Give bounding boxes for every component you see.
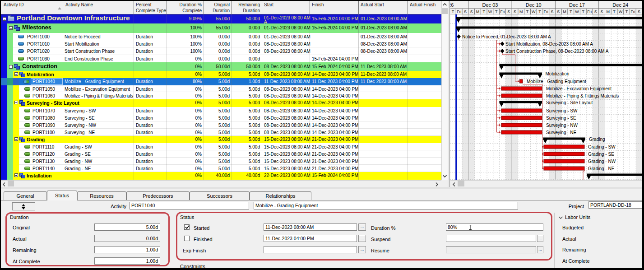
- svg-text:M: M: [563, 9, 566, 14]
- svg-text:M: M: [476, 9, 480, 14]
- svg-text:Fri: Fri: [500, 9, 505, 14]
- svg-text:Dec 24: Dec 24: [612, 2, 628, 8]
- svg-text:Dec 17: Dec 17: [569, 2, 585, 8]
- svg-text:Mobilize - Piping & Fittings M: Mobilize - Piping & Fittings Materials: [546, 93, 619, 98]
- svg-text:Start Mobilization, 08-Dec-202: Start Mobilization, 08-Dec-2023 08:00 AM…: [505, 42, 593, 47]
- svg-text:Mobilization: Mobilization: [546, 71, 570, 76]
- svg-text:Mobilize - Grading Equipment: Mobilize - Grading Equipment: [527, 79, 586, 84]
- svg-text:Grading - SE: Grading - SE: [588, 152, 614, 157]
- svg-text:S: S: [470, 9, 473, 14]
- svg-text:W: W: [575, 9, 579, 14]
- svg-text:Surveying - Site Layout: Surveying - Site Layout: [546, 100, 593, 105]
- svg-text:Nov 26: Nov 26: [450, 2, 454, 8]
- svg-text:W: W: [532, 9, 536, 14]
- svg-text:T: T: [570, 9, 572, 14]
- svg-text:T: T: [538, 9, 541, 14]
- svg-text:S: S: [464, 9, 467, 14]
- svg-text:Surveying - SW: Surveying - SW: [546, 108, 578, 113]
- svg-text:T: T: [613, 9, 616, 14]
- svg-text:S: S: [507, 9, 510, 14]
- svg-text:Grading - NW: Grading - NW: [588, 159, 616, 164]
- svg-text:Start Construction Phase, 08-D: Start Construction Phase, 08-Dec-2023 08…: [505, 49, 609, 54]
- svg-text:Dec 03: Dec 03: [482, 2, 498, 8]
- svg-text:T: T: [482, 9, 485, 14]
- svg-text:T: T: [526, 9, 529, 14]
- svg-text:Dec 10: Dec 10: [526, 2, 542, 8]
- svg-text:Fri: Fri: [630, 9, 635, 14]
- svg-text:Grading - SW: Grading - SW: [588, 144, 616, 149]
- svg-text:M: M: [519, 9, 523, 14]
- svg-text:Surveying - NE: Surveying - NE: [546, 130, 577, 135]
- svg-text:S: S: [601, 9, 603, 14]
- svg-text:S: S: [557, 9, 560, 14]
- svg-text:Fri: Fri: [457, 9, 461, 14]
- svg-text:Grading - NE: Grading - NE: [588, 166, 615, 171]
- svg-text:T: T: [452, 9, 454, 14]
- svg-text:T: T: [625, 9, 628, 14]
- svg-text:T: T: [495, 9, 498, 14]
- svg-text:W: W: [488, 9, 492, 14]
- svg-text:Grading: Grading: [589, 137, 605, 142]
- svg-text:S: S: [638, 9, 640, 14]
- svg-text:M: M: [607, 9, 610, 14]
- svg-text:Surveying - NW: Surveying - NW: [546, 123, 578, 128]
- svg-text:S: S: [551, 9, 553, 14]
- svg-text:Notice to Proceed, 01-Dec-2023: Notice to Proceed, 01-Dec-2023 08:00 AM …: [462, 34, 551, 39]
- svg-text:Surveying - SE: Surveying - SE: [546, 116, 576, 121]
- svg-text:T: T: [582, 9, 585, 14]
- svg-text:Fri: Fri: [544, 9, 548, 14]
- svg-text:W: W: [619, 9, 623, 14]
- svg-text:S: S: [594, 9, 597, 14]
- svg-text:S: S: [514, 9, 516, 14]
- svg-text:Mobilize - Excavation Equipmen: Mobilize - Excavation Equipment: [546, 86, 612, 91]
- svg-text:Fri: Fri: [587, 9, 592, 14]
